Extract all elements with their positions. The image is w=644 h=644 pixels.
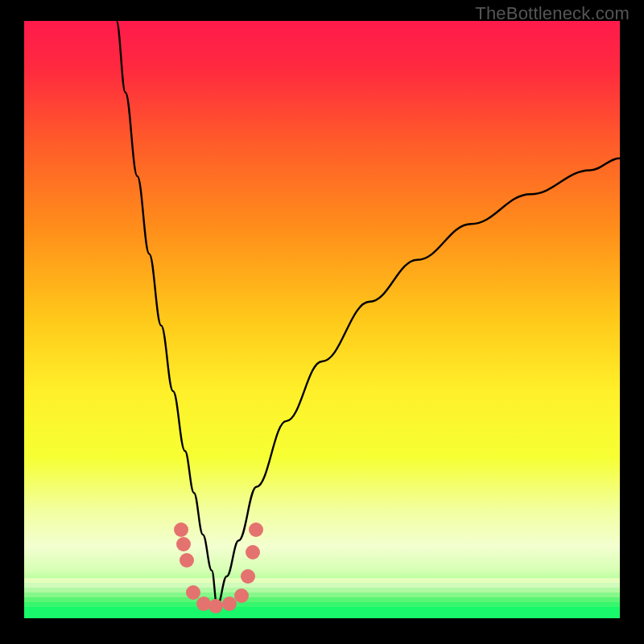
curve-right-branch: [217, 159, 620, 607]
highlight-dot: [180, 553, 194, 568]
curve-left-branch: [117, 21, 217, 606]
plot-frame: [24, 21, 620, 618]
highlight-dot: [246, 545, 260, 559]
watermark-text: TheBottleneck.com: [475, 3, 630, 24]
v-curve: [24, 21, 620, 618]
highlight-dot: [234, 588, 249, 603]
highlight-dot: [208, 599, 223, 613]
highlight-dot: [176, 537, 191, 551]
highlight-dot: [249, 522, 263, 537]
highlight-dot: [174, 522, 188, 537]
highlight-dot: [241, 569, 255, 584]
